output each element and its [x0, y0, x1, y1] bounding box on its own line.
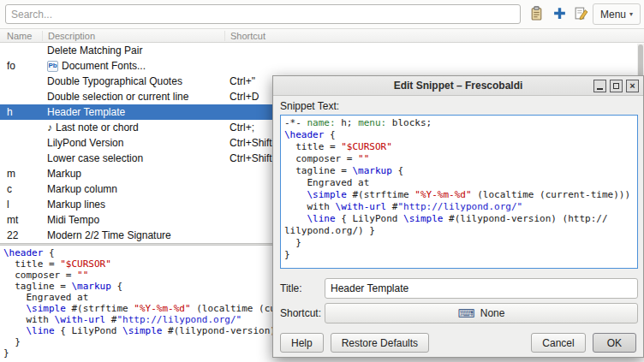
snippet-description: Delete Matching Pair: [47, 43, 142, 58]
snippet-description: Markup: [47, 166, 81, 181]
snippet-description: LilyPond Version: [47, 135, 123, 151]
help-button[interactable]: Help: [280, 333, 324, 353]
title-input[interactable]: [325, 278, 638, 299]
chevron-down-icon: ▾: [629, 10, 633, 18]
close-icon: ×: [629, 81, 635, 91]
snippet-description: Header Template: [47, 104, 125, 120]
snippet-description: Modern 2/2 Time Signature: [47, 228, 171, 243]
edit-snippet-button[interactable]: [571, 5, 590, 24]
snippet-toolbar: Menu ▾: [0, 0, 644, 28]
add-snippet-button[interactable]: [550, 5, 569, 24]
column-header-name[interactable]: Name: [7, 31, 32, 41]
shortcut-button[interactable]: ⌨ None: [325, 303, 638, 323]
snippet-description: Double selection or current line: [47, 89, 188, 104]
snippet-name: h: [7, 104, 13, 120]
maximize-button[interactable]: [610, 80, 623, 92]
dialog-title: Edit Snippet – Frescobaldi: [394, 80, 523, 92]
snippet-shortcut: Ctrl+": [230, 74, 255, 89]
snippet-row[interactable]: Delete Matching Pair: [0, 43, 637, 58]
add-icon: [552, 6, 567, 23]
snippet-description: Lower case selection: [47, 151, 143, 166]
snippet-shortcut: Ctrl+Shift: [230, 151, 272, 166]
snippet-description: PbDocument Fonts...: [47, 58, 146, 74]
edit-icon: [574, 6, 588, 23]
dialog-titlebar[interactable]: Edit Snippet – Frescobaldi ×: [273, 76, 643, 96]
clipboard-button[interactable]: [527, 5, 546, 24]
menu-button[interactable]: Menu ▾: [593, 3, 641, 25]
snippet-code-editor[interactable]: -*- name: h; menu: blocks;\header { titl…: [280, 115, 638, 269]
snippet-description: Midi Tempo: [47, 212, 99, 228]
restore-defaults-button[interactable]: Restore Defaults: [331, 333, 429, 353]
snippet-text-label: Snippet Text:: [280, 100, 339, 112]
maximize-icon: [613, 83, 619, 89]
menu-button-label: Menu: [600, 9, 626, 21]
minimize-button[interactable]: [593, 80, 606, 92]
snippet-name: mt: [7, 212, 18, 228]
column-header-description[interactable]: Description: [42, 31, 95, 41]
snippet-description: ♪Last note or chord: [47, 120, 139, 135]
fonts-icon: Pb: [47, 61, 58, 72]
clipboard-icon: [529, 6, 544, 23]
snippet-shortcut: Ctrl+Shift: [230, 135, 272, 151]
close-button[interactable]: ×: [626, 80, 639, 92]
snippet-shortcut: Ctrl+D: [230, 89, 259, 104]
shortcut-label: Shortcut:: [280, 307, 321, 319]
snippet-name: c: [7, 181, 12, 197]
snippet-name: fo: [7, 58, 15, 74]
snippet-description: Markup lines: [47, 197, 105, 212]
column-header-shortcut[interactable]: Shortcut: [224, 31, 265, 41]
snippet-description: Double Typographical Quotes: [47, 74, 182, 89]
list-header: Name Description Shortcut: [0, 28, 644, 43]
snippet-name: l: [7, 197, 9, 212]
snippet-name: m: [7, 166, 15, 181]
search-input[interactable]: [5, 4, 521, 24]
dialog-button-row: Help Restore Defaults Cancel OK: [273, 333, 643, 354]
cancel-button[interactable]: Cancel: [531, 333, 585, 353]
keyboard-icon: ⌨: [458, 307, 475, 319]
ok-button[interactable]: OK: [593, 333, 636, 353]
snippet-description: Markup column: [47, 181, 117, 197]
edit-snippet-dialog: Edit Snippet – Frescobaldi × Snippet Tex…: [272, 75, 644, 358]
snippet-name: 22: [7, 228, 18, 243]
minimize-icon: [597, 88, 603, 90]
shortcut-value: None: [480, 307, 505, 319]
title-label: Title:: [280, 282, 302, 294]
snippet-shortcut: Ctrl+;: [230, 120, 254, 135]
snippet-row[interactable]: foPbDocument Fonts...: [0, 58, 637, 74]
note-icon: ♪: [47, 120, 52, 135]
